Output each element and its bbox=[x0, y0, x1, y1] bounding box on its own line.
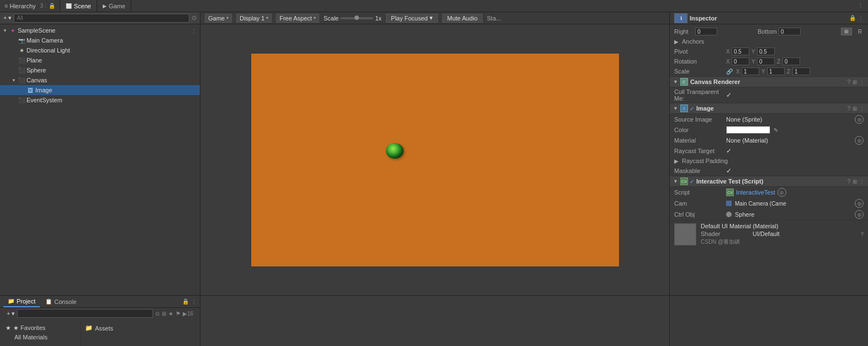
bottom-lock-icon[interactable]: 🔒 bbox=[182, 298, 189, 305]
bottom-search-input[interactable] bbox=[17, 309, 152, 318]
inspector-lock-icon[interactable]: 🔒 bbox=[849, 15, 856, 21]
tree-item-maincamera[interactable]: 📷 Main Camera bbox=[0, 35, 200, 45]
tab-console[interactable]: 📋 Console bbox=[41, 296, 81, 307]
interactive-test-header[interactable]: ▼ C# ✓ Interactive Test (Script) ? ⊞ ⋮ bbox=[670, 176, 868, 187]
anchor-grid-icon[interactable]: ⊞ bbox=[841, 28, 852, 35]
material-target-btn[interactable]: ◎ bbox=[855, 136, 864, 145]
interactive-test-help-icon[interactable]: ? bbox=[847, 179, 850, 185]
pivot-y-input[interactable] bbox=[757, 48, 775, 55]
tree-item-directionallight[interactable]: ☀ Directional Light bbox=[0, 45, 200, 55]
inspector-menu-icon[interactable]: ⋮ bbox=[858, 15, 864, 21]
interactive-test-check[interactable]: ✓ bbox=[690, 179, 694, 185]
raycast-padding-arrow[interactable]: ▶ bbox=[674, 158, 679, 164]
bottom-input[interactable] bbox=[779, 28, 801, 35]
canvas-renderer-arrow: ▼ bbox=[673, 79, 678, 85]
cam-target-btn[interactable]: ◎ bbox=[855, 199, 864, 208]
material-help-icon[interactable]: ? bbox=[860, 232, 864, 238]
game-tab-menu-icon[interactable]: ⋮ bbox=[858, 2, 868, 9]
hierarchy-panel: + ▾ ⊙ ▼ ✦ SampleScene ⋮ 📷 Main Camera bbox=[0, 12, 200, 295]
game-icon: ▶ bbox=[103, 3, 107, 9]
interactive-test-settings-icon[interactable]: ⊞ bbox=[853, 179, 857, 185]
hierarchy-lock-icon[interactable]: 🔒 bbox=[49, 3, 55, 9]
inspector-header: ℹ Inspector 🔒 ⋮ bbox=[670, 12, 868, 24]
script-row: Script C# InteractiveTest ◎ bbox=[670, 187, 868, 198]
assets-header[interactable]: 📁 Assets bbox=[85, 323, 192, 333]
image-enabled-check[interactable]: ✓ bbox=[690, 106, 694, 112]
tab-game[interactable]: ▶ Game bbox=[97, 0, 131, 12]
tree-item-image[interactable]: 🖼 Image bbox=[0, 85, 200, 95]
bottom-icon2[interactable]: ⊞ bbox=[162, 311, 166, 317]
scale-slider[interactable] bbox=[340, 17, 373, 19]
hierarchy-add-button[interactable]: + ▾ bbox=[3, 14, 12, 22]
display-label: Display 1 bbox=[240, 15, 264, 22]
mute-audio-button[interactable]: Mute Audio bbox=[442, 14, 483, 23]
all-materials-item[interactable]: All Materials bbox=[6, 333, 78, 342]
rotation-z-input[interactable] bbox=[782, 57, 800, 65]
tree-item-canvas[interactable]: ▼ ⬛ Canvas bbox=[0, 75, 200, 85]
maskable-value[interactable]: ✓ bbox=[726, 167, 732, 175]
favorites-item[interactable]: ★ ★ Favorites bbox=[6, 323, 78, 333]
hierarchy-tab[interactable]: = Hierarchy 3 : 🔒 bbox=[0, 0, 60, 12]
right-field-group: Right bbox=[674, 28, 753, 35]
game-dropdown[interactable]: Game ▾ bbox=[205, 14, 232, 23]
image-section-header[interactable]: ▼ I ✓ Image ? ⊞ ⋮ bbox=[670, 103, 868, 114]
hierarchy-filter-icon[interactable]: ⊙ bbox=[192, 14, 197, 22]
assets-main: 📁 Assets bbox=[81, 321, 197, 346]
scale-x-input[interactable] bbox=[742, 67, 759, 75]
script-target-btn[interactable]: ◎ bbox=[777, 188, 786, 197]
ctrlobj-target-btn[interactable]: ◎ bbox=[855, 210, 864, 219]
image-settings-icon[interactable]: ⊞ bbox=[853, 106, 857, 112]
rotation-y-input[interactable] bbox=[757, 57, 775, 65]
tab-project[interactable]: 📁 Project bbox=[3, 296, 40, 307]
cam-asset-icon bbox=[726, 201, 732, 206]
raycast-target-value[interactable]: ✓ bbox=[726, 147, 732, 155]
maincamera-label: Main Camera bbox=[27, 37, 198, 44]
aspect-dropdown[interactable]: Free Aspect ▾ bbox=[276, 14, 319, 23]
rotation-x-input[interactable] bbox=[732, 57, 749, 65]
canvas-renderer-menu-icon[interactable]: ⋮ bbox=[859, 79, 865, 85]
interactive-test-menu-icon[interactable]: ⋮ bbox=[859, 179, 865, 185]
console-tab-label: Console bbox=[54, 298, 76, 305]
color-picker-icon[interactable]: ✎ bbox=[774, 127, 778, 133]
canvas-renderer-help-icon[interactable]: ? bbox=[847, 79, 850, 85]
rotation-y-field: Y bbox=[751, 57, 775, 65]
bottom-icon3[interactable]: ★ bbox=[168, 311, 173, 317]
bottom-icon4[interactable]: ⚑ bbox=[176, 311, 181, 317]
bottom-panel-icons: 🔒 ⋮ bbox=[182, 298, 197, 305]
right-input[interactable] bbox=[695, 28, 717, 35]
anchors-arrow[interactable]: ▶ bbox=[674, 39, 679, 45]
favorites-label: ★ Favorites bbox=[13, 324, 45, 332]
play-focused-button[interactable]: Play Focused ▾ bbox=[386, 14, 438, 23]
pivot-x-label: X bbox=[726, 49, 731, 55]
image-menu-icon[interactable]: ⋮ bbox=[859, 106, 865, 112]
ctrlobj-asset-icon bbox=[726, 212, 732, 217]
bottom-add-btn[interactable]: + ▾ bbox=[7, 310, 15, 317]
scale-z-input[interactable] bbox=[792, 67, 810, 75]
canvas-renderer-settings-icon[interactable]: ⊞ bbox=[853, 79, 857, 85]
tree-item-plane[interactable]: ⬛ Plane bbox=[0, 55, 200, 65]
tree-item-eventsystem[interactable]: ⬛ EventSystem bbox=[0, 95, 200, 105]
material-name: Default UI Material (Material) bbox=[701, 223, 856, 229]
tab-scene[interactable]: ⬜ Scene bbox=[60, 0, 97, 12]
tree-item-sphere[interactable]: ⬛ Sphere bbox=[0, 65, 200, 75]
cull-transparent-label: Cull Transparent Me: bbox=[674, 88, 724, 102]
display-dropdown[interactable]: Display 1 ▾ bbox=[236, 14, 272, 23]
tree-item-samplescene[interactable]: ▼ ✦ SampleScene ⋮ bbox=[0, 25, 200, 35]
image-help-icon[interactable]: ? bbox=[847, 106, 850, 112]
pivot-xy-row: X Y bbox=[726, 48, 864, 55]
hierarchy-search-input[interactable] bbox=[14, 14, 189, 23]
canvas-renderer-header[interactable]: ▼ C Canvas Renderer ? ⊞ ⋮ bbox=[670, 76, 868, 87]
color-swatch[interactable] bbox=[726, 126, 770, 134]
canvas-renderer-section-icons: ? ⊞ ⋮ bbox=[847, 79, 865, 85]
project-tab-icon: 📁 bbox=[8, 298, 14, 304]
samplescene-menu-btn[interactable]: ⋮ bbox=[190, 28, 198, 34]
source-image-target-btn[interactable]: ◎ bbox=[855, 115, 864, 124]
samplescene-icon: ✦ bbox=[9, 27, 17, 34]
scale-y-input[interactable] bbox=[767, 67, 785, 75]
pivot-x-input[interactable] bbox=[732, 48, 749, 55]
color-row: Color ✎ bbox=[670, 125, 868, 135]
bottom-menu-icon[interactable]: ⋮ bbox=[191, 298, 197, 305]
script-value[interactable]: InteractiveTest bbox=[736, 189, 775, 196]
bottom-icon1[interactable]: ⊙ bbox=[155, 311, 160, 317]
r-button[interactable]: R bbox=[856, 29, 864, 35]
